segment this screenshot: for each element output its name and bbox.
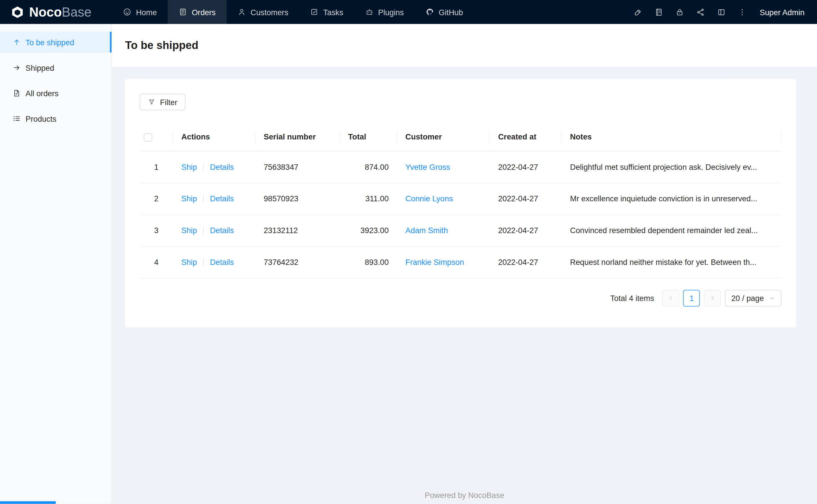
row-index: 2: [154, 194, 158, 203]
filter-button-label: Filter: [160, 98, 177, 107]
action-divider: [203, 195, 204, 202]
filter-button[interactable]: Filter: [139, 94, 186, 110]
table-row[interactable]: 4 ShipDetails 73764232 893.00 Frankie Si…: [139, 246, 781, 278]
column-header-notes: Notes: [561, 123, 781, 151]
nocobase-logo[interactable]: NocoBase: [0, 0, 112, 24]
details-link[interactable]: Details: [210, 258, 234, 267]
pagination-prev-button[interactable]: [663, 290, 679, 306]
arrow-up-icon: [13, 38, 21, 46]
filter-icon: [148, 99, 155, 106]
ship-link[interactable]: Ship: [181, 226, 197, 235]
row-actions-cell: ShipDetails: [173, 246, 255, 278]
page-header: To be shipped: [112, 24, 817, 67]
total-cell: 893.00: [340, 246, 397, 278]
share-nodes-icon[interactable]: [690, 0, 711, 24]
orders-table: Actions Serial number Total Customer Cre…: [139, 123, 781, 278]
chevron-right-icon: [709, 295, 716, 302]
smile-icon: [123, 8, 131, 16]
row-index-cell: 2: [139, 183, 173, 214]
ship-link[interactable]: Ship: [181, 258, 197, 267]
lock-icon[interactable]: [669, 0, 690, 24]
pagination-total: Total 4 items: [610, 294, 654, 302]
table-header: Actions Serial number Total Customer Cre…: [139, 123, 781, 151]
nav-item-customers[interactable]: Customers: [227, 0, 299, 24]
details-link[interactable]: Details: [210, 226, 234, 235]
serial-number-cell: 75638347: [256, 151, 340, 183]
sidebar-item-label: All orders: [25, 89, 58, 98]
action-divider: [203, 164, 204, 171]
sidebar-item-all-orders[interactable]: All orders: [0, 83, 111, 104]
row-actions-cell: ShipDetails: [173, 151, 255, 183]
sidebar-item-shipped[interactable]: Shipped: [0, 57, 111, 78]
table-row[interactable]: 2 ShipDetails 98570923 311.00 Connie Lyo…: [139, 183, 781, 214]
pagination-page-1[interactable]: 1: [684, 290, 700, 306]
chevron-down-icon: [769, 295, 775, 301]
customer-cell: Frankie Simpson: [397, 246, 490, 278]
user-menu[interactable]: Super Admin: [753, 7, 805, 16]
ship-link[interactable]: Ship: [181, 162, 197, 171]
serial-number-cell: 73764232: [256, 246, 340, 278]
notebook-icon[interactable]: [648, 0, 669, 24]
more-vertical-icon[interactable]: [732, 0, 753, 24]
row-index: 4: [154, 258, 158, 267]
nav-item-github[interactable]: GitHub: [415, 0, 474, 24]
customer-link[interactable]: Adam Smith: [405, 226, 448, 235]
notes-cell: Mr excellence inquietude conviction is i…: [561, 183, 781, 214]
column-header-customer: Customer: [397, 123, 490, 151]
row-actions-cell: ShipDetails: [173, 183, 255, 214]
table-row[interactable]: 1 ShipDetails 75638347 874.00 Yvette Gro…: [139, 151, 781, 183]
customer-link[interactable]: Connie Lyons: [405, 194, 453, 203]
logo-text: NocoBase: [29, 5, 91, 18]
github-icon: [426, 8, 434, 16]
sidebar-item-label: Shipped: [25, 63, 54, 72]
nav-item-orders[interactable]: Orders: [168, 0, 227, 24]
pagination-next-button[interactable]: [704, 290, 721, 306]
highlighter-icon[interactable]: [628, 0, 649, 24]
column-header-actions: Actions: [173, 123, 255, 151]
details-link[interactable]: Details: [210, 162, 234, 171]
top-navigation: Home Orders Customers Tasks Plugins GitH…: [112, 0, 474, 24]
nav-item-label: Orders: [192, 7, 216, 16]
sidebar-item-to-be-shipped[interactable]: To be shipped: [0, 32, 111, 53]
total-cell: 311.00: [340, 183, 397, 214]
row-index: 1: [154, 162, 158, 171]
select-all-checkbox[interactable]: [144, 133, 152, 141]
content-area: Filter Actions Serial number Total Cus: [112, 67, 817, 327]
split-panel-icon[interactable]: [711, 0, 732, 24]
created-at-cell: 2022-04-27: [490, 246, 562, 278]
ship-link[interactable]: Ship: [181, 194, 197, 203]
orders-card: Filter Actions Serial number Total Cus: [125, 79, 796, 327]
details-link[interactable]: Details: [210, 194, 234, 203]
table-row[interactable]: 3 ShipDetails 23132112 3923.00 Adam Smit…: [139, 214, 781, 246]
action-divider: [203, 227, 204, 234]
nav-item-label: Tasks: [323, 7, 343, 16]
check-square-icon: [310, 8, 319, 16]
nav-item-label: Customers: [251, 7, 288, 16]
created-at-cell: 2022-04-27: [490, 151, 562, 183]
customer-link[interactable]: Frankie Simpson: [405, 258, 464, 267]
total-cell: 874.00: [340, 151, 397, 183]
logo-text-noco: Noco: [29, 4, 62, 19]
table-body: 1 ShipDetails 75638347 874.00 Yvette Gro…: [139, 151, 781, 278]
column-header-created-at: Created at: [490, 123, 562, 151]
nav-item-tasks[interactable]: Tasks: [299, 0, 354, 24]
serial-number-cell: 98570923: [256, 183, 340, 214]
page-title: To be shipped: [125, 39, 198, 52]
created-at-cell: 2022-04-27: [490, 183, 562, 214]
select-all-header: [139, 123, 173, 151]
powered-by-footer: Powered by NocoBase: [112, 491, 817, 500]
app: NocoBase Home Orders Customers Tasks Plu…: [0, 0, 817, 504]
sidebar-item-products[interactable]: Products: [0, 108, 111, 129]
row-index-cell: 4: [139, 246, 173, 278]
customer-cell: Connie Lyons: [397, 183, 490, 214]
customer-link[interactable]: Yvette Gross: [405, 162, 450, 171]
arrow-right-icon: [13, 64, 21, 72]
nav-item-plugins[interactable]: Plugins: [354, 0, 415, 24]
customer-cell: Adam Smith: [397, 214, 490, 246]
logo-text-base: Base: [62, 4, 91, 19]
robot-icon: [365, 8, 374, 16]
row-actions-cell: ShipDetails: [173, 214, 255, 246]
page-size-select[interactable]: 20 / page: [725, 290, 781, 306]
nocobase-logo-icon: [10, 5, 24, 19]
nav-item-home[interactable]: Home: [112, 0, 168, 24]
